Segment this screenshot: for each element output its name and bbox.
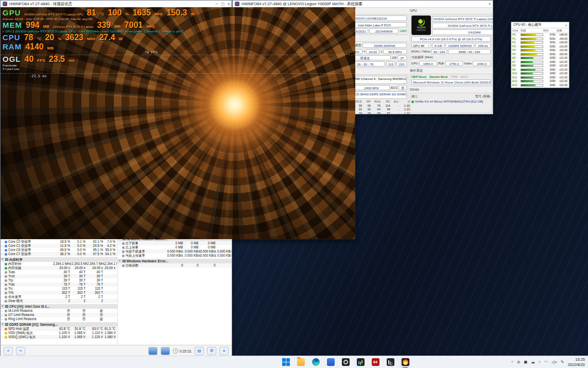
drive-model-col: 型号 (容量): [475, 94, 491, 99]
taskbar-clock[interactable]: 15:25 2022/8/20: [568, 357, 585, 367]
sensor-row[interactable]: VDD (SWA) 电压1.100 V1.065 V1.110 V1.084 V: [1, 331, 117, 335]
drive-status-icon: [411, 101, 414, 103]
gpu-bus: PCIe v4.0 x16 (16.0 GT/s) @ x8 (16.0 GT/…: [411, 36, 491, 42]
edge-browser[interactable]: [310, 357, 321, 367]
dimm-ecc: 否: [399, 85, 407, 90]
core-row: E102082x21.00: [511, 72, 569, 76]
start-button[interactable]: [281, 357, 291, 367]
sensor-row[interactable]: ›Core C6 驻留率45.5 %0.0 %95.1 %55.9 %: [1, 248, 117, 252]
maximize-icon[interactable]: ▢: [221, 2, 224, 6]
sensor-group-header[interactable]: ˅Windows Hardware Error...: [118, 259, 232, 263]
framerate-graph-label: Framerate: [3, 64, 195, 67]
next-page-button[interactable]: »: [16, 347, 25, 355]
app-ring[interactable]: [340, 357, 351, 367]
uptime: 0:25:31: [173, 348, 192, 354]
core-row: E112082x21.00: [511, 76, 569, 80]
core-window-title: CPU #0 - 核心频率: [513, 23, 563, 27]
file-explorer[interactable]: [296, 357, 306, 367]
mem-trfc: 203: [396, 61, 407, 66]
app-blue[interactable]: [325, 357, 336, 367]
clock-icon: [173, 348, 178, 354]
core-row: E62082x21.00: [511, 56, 569, 60]
sensor-row[interactable]: ›Core C0 驻留率18.5 %0.1 %92.1 %7.9 %: [1, 240, 117, 244]
mem-trc: 115: [386, 61, 395, 66]
sensor-group-header[interactable]: ˅DDR5 SDRAM [#1]: Samsung...: [1, 322, 117, 327]
wifi-icon[interactable]: ◠: [544, 360, 548, 365]
furmark[interactable]: [400, 357, 410, 367]
os-flag: TPM: [451, 75, 457, 78]
sensor-row[interactable]: ›Core C1 驻留率11.5 %0.0 %29.5 %4.2 %: [1, 244, 117, 248]
close-icon[interactable]: ×: [565, 24, 567, 27]
sensor-row[interactable]: 总下载量0 MB0 MB0 MB: [118, 241, 232, 245]
sensor-row[interactable]: 总上传量0 MB0 MB0 MB: [118, 245, 232, 249]
settings-gear-icon[interactable]: ⚙: [207, 347, 216, 355]
core-row: E93081x31.00: [511, 68, 569, 72]
tray-app-icon-4[interactable]: ↑: [539, 360, 541, 365]
sensor-row[interactable]: Trc115 T115 T115 T: [1, 287, 117, 291]
tray-app-icon-1[interactable]: ⊘: [517, 360, 521, 365]
sensor-row[interactable]: ›Ring Limit Reasons否否是: [1, 317, 117, 321]
sensor-row[interactable]: 命令速率2 T2 T2 T: [1, 295, 117, 299]
volume-muted-icon[interactable]: ◁×: [551, 360, 557, 365]
edge-browser-icon: [312, 358, 320, 366]
frametime-graph-line: [1, 73, 355, 74]
sensor-row[interactable]: Gear 模式222: [1, 299, 117, 303]
close-sensors-button[interactable]: ×: [219, 347, 229, 355]
pen-icon[interactable]: ✎: [561, 360, 564, 365]
sensor-row[interactable]: Tcas40 T40 T40 T: [1, 270, 117, 274]
core-row: P23051x30.00: [511, 41, 569, 45]
sensor-group-header[interactable]: ˅CPU [#0]: Intel Core i9-1...: [1, 304, 117, 309]
sensor-row[interactable]: 当前上传速率0.000 KB/s0.000 KB/s0.000 KB/s0.00…: [118, 254, 232, 258]
hwinfo64[interactable]: 64: [370, 357, 381, 367]
start-button-icon: [282, 358, 290, 366]
os-section-label: 操作系统: [410, 69, 492, 73]
tray-app-icon-3[interactable]: ☁: [531, 360, 535, 365]
sensor-row[interactable]: SPD Hub 温度62.8 °C51.8 °C63.0 °C61.3 °C: [1, 327, 117, 331]
app-blue-icon: [327, 358, 335, 366]
gpu-mem-clock: 1750.2: [445, 61, 463, 66]
gpu-section-label: GPU: [410, 9, 492, 13]
monitor-app[interactable]: [355, 357, 366, 367]
summary-titlebar[interactable]: HWiNFO64 v7.27-4840 @ LENOVO Legion Y900…: [233, 1, 493, 8]
sensor-row[interactable]: ›GT Limit Reasons否否否: [1, 313, 117, 317]
prev-page-button[interactable]: «: [4, 347, 13, 355]
tray-chevron-icon[interactable]: ^: [511, 360, 513, 365]
gadget-button[interactable]: [148, 347, 158, 355]
gpu-selector[interactable]: GPU #0: [411, 43, 431, 48]
sensor-row[interactable]: Trcd39 T39 T39 T: [1, 274, 117, 278]
os-panel: UEFI BootSecure BootTPMHVCI Microsoft Wi…: [410, 74, 492, 87]
sensor-titlebar[interactable]: HWiNFO64 v7.27-4840 - 传感器状态 ─ ▢ ×: [1, 1, 232, 8]
mem-type: DDR5 SDRAM: [362, 43, 407, 48]
core-row: E72082x21.00: [511, 60, 569, 64]
file-explorer-icon: [297, 358, 305, 366]
drive-model: Micron MTFDKBA512TFH [512 GB]: [434, 100, 483, 103]
tray-export-button[interactable]: [161, 347, 170, 355]
gpu-mem-bus: 256-bit: [475, 43, 491, 48]
close-icon[interactable]: ×: [228, 2, 230, 6]
sensor-row[interactable]: 内存倍频24.00 x24.00 x24.00 x24.00 x: [1, 266, 117, 270]
sensor-row[interactable]: VDDQ (SWC) 电压1.100 V1.065 V1.125 V1.080 …: [1, 335, 117, 339]
gpu-z[interactable]: [385, 357, 395, 367]
sensor-row[interactable]: 当前下载速率0.000 KB/s0.000 KB/s0.000 KB/s0.00…: [118, 249, 232, 254]
core-window-titlebar[interactable]: CPU #0 - 核心频率 ×: [511, 22, 569, 28]
sensor-row[interactable]: Trfc302 T302 T302 T: [1, 291, 117, 295]
sensor-row[interactable]: Tras76 T76 T76 T: [1, 282, 117, 287]
sensor-row[interactable]: 总错误数000: [118, 263, 232, 267]
tray-app-icon-2[interactable]: ◼: [524, 360, 527, 365]
hwinfo64-icon: 64: [372, 358, 379, 366]
mem-type-label: 类型: [355, 43, 361, 48]
close-icon[interactable]: ×: [489, 2, 491, 6]
drive-row[interactable]: NVMe 4.0 x4 Micron MTFDKBA512TFH [512 GB…: [411, 100, 491, 103]
drives-panel: 接口 型号 (容量) NVMe 4.0 x4 Micron MTFDKBA512…: [410, 93, 492, 113]
core-row: E133081x31.00: [511, 83, 569, 88]
sensor-group-header[interactable]: ˅内存时序: [1, 257, 117, 262]
furmark-icon: [402, 358, 409, 366]
sensor-row[interactable]: ›Core C7 驻留率36.2 %0.0 %97.5 %64.1 %: [1, 252, 117, 256]
logging-button[interactable]: ▤: [195, 347, 204, 355]
gpu-freq-label: 当前频率 (MHz): [411, 55, 433, 60]
os-flag: Secure Boot: [429, 75, 447, 78]
sensor-row[interactable]: ›IA Limit Reasons否否是: [1, 309, 117, 313]
sensor-row[interactable]: 内存时钟2,394.1 MHz2,393.5 MHz2,394.7 MHz2,3…: [1, 262, 117, 266]
sensor-row[interactable]: Trp39 T39 T39 T: [1, 278, 117, 282]
minimize-icon[interactable]: ─: [215, 2, 218, 6]
